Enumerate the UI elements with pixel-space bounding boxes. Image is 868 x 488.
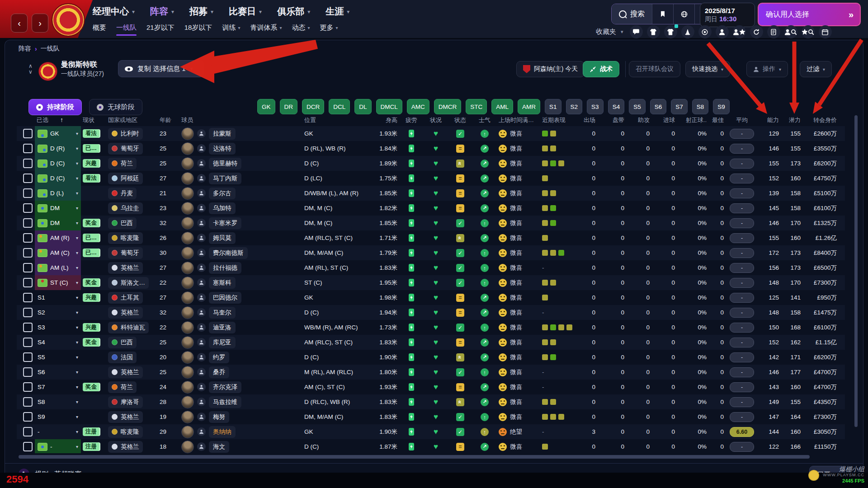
horizontal-scrollbar[interactable] — [19, 455, 810, 459]
position-filter-S2[interactable]: S2 — [566, 99, 583, 114]
selection-dropdown[interactable]: D (R)▾ — [35, 141, 81, 156]
subnav-item-概要[interactable]: 概要 — [93, 23, 106, 36]
cone-icon-button[interactable] — [681, 25, 694, 38]
row-checkbox[interactable] — [23, 233, 33, 243]
column-header-12[interactable]: 上场时间满… — [497, 116, 540, 124]
refresh-icon-button[interactable] — [750, 25, 763, 38]
subnav-item-18岁以下[interactable]: 18岁以下 — [184, 23, 212, 36]
nav-item-生涯[interactable]: 生涯▾ — [326, 5, 349, 18]
player-name[interactable]: 费尔南德斯 — [209, 247, 248, 259]
history-back-button[interactable]: ‹ — [11, 14, 28, 33]
player-name[interactable]: 拉蒙斯 — [209, 128, 236, 140]
row-checkbox[interactable] — [23, 174, 33, 183]
player-name[interactable]: 马奎尔 — [209, 307, 236, 319]
player-name[interactable]: 塞斯科 — [209, 277, 236, 289]
column-header-13[interactable]: 近期表现 — [540, 116, 580, 124]
position-filter-S8[interactable]: S8 — [692, 99, 709, 114]
position-filter-S4[interactable]: S4 — [608, 99, 625, 114]
row-checkbox[interactable] — [23, 293, 33, 302]
nav-item-俱乐部[interactable]: 俱乐部▾ — [277, 5, 310, 18]
row-checkbox[interactable] — [23, 248, 33, 258]
selection-dropdown[interactable]: S1▾ — [35, 290, 81, 305]
column-header-10[interactable]: 状态 — [448, 116, 472, 124]
world-button[interactable] — [673, 4, 694, 24]
column-header-4[interactable]: 年龄 — [158, 116, 179, 124]
selection-dropdown[interactable]: D (C)▾ — [35, 171, 81, 186]
table-row[interactable]: D (L)▾丹麦21多尔古D/WB/M (L), AM (R)1.85米♥=↗微… — [17, 186, 845, 201]
selection-dropdown[interactable]: DM▾ — [35, 201, 81, 216]
position-filter-S1[interactable]: S1 — [545, 99, 561, 114]
position-filter-AMC[interactable]: AMC — [407, 99, 429, 114]
table-row[interactable]: S7▾奖金荷兰24齐尔克泽AM (C), ST (C)1.93米♥=↗微喜-00… — [17, 380, 845, 394]
row-checkbox[interactable] — [23, 323, 33, 332]
column-header-19[interactable]: 最佳 — [708, 116, 726, 124]
ball-icon-button[interactable] — [698, 25, 712, 38]
position-filter-S6[interactable]: S6 — [650, 99, 667, 114]
filter-button[interactable]: 过滤 ▾ — [800, 61, 832, 77]
view-selector-dropdown[interactable]: 复制 选择信息 1 ▾ — [118, 60, 204, 77]
position-filter-DMCL[interactable]: DMCL — [376, 99, 402, 114]
report-icon-button[interactable] — [767, 25, 780, 38]
row-checkbox[interactable] — [23, 129, 33, 138]
player-name[interactable]: 海文 — [209, 441, 229, 453]
table-row[interactable]: DM▾奖金巴西32卡塞米罗DM, M (C)1.85米♥✓↑微喜00000%0-… — [17, 216, 845, 230]
column-header-14[interactable]: 出场 — [580, 116, 597, 124]
row-checkbox[interactable] — [23, 203, 33, 213]
shirt-icon-button[interactable] — [647, 25, 660, 38]
chat-icon-button[interactable] — [630, 25, 643, 38]
player-name[interactable]: 马丁内斯 — [209, 173, 241, 184]
people-icon-button[interactable] — [716, 25, 729, 38]
table-row[interactable]: D (C)▾看法阿根廷27马丁内斯D (LC)1.75米♥=↗微喜00000%0… — [17, 171, 845, 186]
selection-dropdown[interactable]: ST (C)▾ — [35, 275, 81, 290]
column-header-17[interactable]: 进球 — [651, 116, 677, 124]
selection-dropdown[interactable]: S2▾ — [35, 305, 81, 320]
column-header-3[interactable]: 国家或地区 — [106, 116, 158, 124]
column-header-9[interactable]: 状况 — [424, 116, 448, 124]
position-filter-AML[interactable]: AML — [491, 99, 513, 114]
position-filter-GK[interactable]: GK — [257, 99, 275, 114]
selection-dropdown[interactable]: S9▾ — [35, 409, 81, 424]
position-filter-DL[interactable]: DL — [354, 99, 371, 114]
history-forward-button[interactable]: › — [32, 14, 48, 33]
subnav-item-青训体系[interactable]: 青训体系▾ — [250, 23, 282, 36]
calendar-icon-button[interactable] — [819, 25, 832, 38]
column-header-5[interactable]: 球员 — [179, 116, 302, 124]
position-filter-AMR[interactable]: AMR — [518, 99, 540, 114]
column-header-23[interactable]: 转会身价 — [802, 116, 839, 124]
table-row[interactable]: S6▾英格兰25桑乔M (RL), AM (RLC)1.80米♥✓↑微喜-000… — [17, 365, 845, 380]
tab-out-of-possession[interactable]: 无球阶段 — [89, 99, 142, 115]
team-meeting-button[interactable]: 召开球队会议 — [629, 61, 680, 77]
breadcrumb-squad[interactable]: 阵容 — [19, 45, 31, 53]
table-row[interactable]: S4▾奖金巴西25库尼亚AM (RLC), ST (C)1.83米♥=↗微喜00… — [17, 335, 845, 350]
column-header-7[interactable]: 身高 — [374, 116, 399, 124]
subnav-item-更多[interactable]: 更多▾ — [320, 23, 338, 36]
people-star-icon-button[interactable] — [733, 25, 746, 38]
nav-item-招募[interactable]: 招募▾ — [189, 5, 213, 18]
shirt-alt-icon-button[interactable] — [664, 25, 677, 38]
row-checkbox[interactable] — [23, 442, 33, 451]
position-filter-S9[interactable]: S9 — [713, 99, 730, 114]
column-header-20[interactable]: 平均 — [726, 116, 758, 124]
selection-dropdown[interactable]: S4▾ — [35, 335, 81, 350]
selection-dropdown[interactable]: S6▾ — [35, 365, 81, 380]
selection-dropdown[interactable]: AM (C)▾ — [35, 245, 81, 260]
player-name[interactable]: 德里赫特 — [209, 158, 241, 169]
selection-dropdown[interactable]: S7▾ — [35, 380, 81, 394]
table-row[interactable]: S3▾兴趣科特迪瓦22迪亚洛WB/M (R), AM (RC)1.73米♥✓↑微… — [17, 320, 845, 335]
vertical-scrollbar[interactable] — [854, 115, 858, 427]
table-row[interactable]: D (R)▾已…葡萄牙25达洛特D (RL), WB (R)1.84米♥=↗微喜… — [17, 141, 845, 156]
row-checkbox[interactable] — [23, 159, 33, 168]
player-name[interactable]: 乌加特 — [209, 202, 236, 214]
column-header-15[interactable]: 盘带 — [597, 116, 626, 124]
confirm-selection-button[interactable]: 确认用人选择 » — [758, 3, 861, 26]
selection-dropdown[interactable]: S3▾ — [35, 320, 81, 335]
selection-dropdown[interactable]: D (C)▾ — [35, 156, 81, 171]
column-header-6[interactable]: 位置 — [302, 116, 374, 124]
player-name[interactable]: 巴因德尔 — [209, 292, 241, 304]
table-row[interactable]: D (C)▾兴趣荷兰25德里赫特D (C)1.89米♥«↗微喜00000%0-1… — [17, 156, 845, 171]
selection-dropdown[interactable]: GK▾ — [35, 126, 81, 141]
position-filter-S3[interactable]: S3 — [587, 99, 604, 114]
breadcrumb-first-team[interactable]: 一线队 — [41, 45, 60, 53]
player-name[interactable]: 马兹拉维 — [209, 396, 241, 408]
favorites-label[interactable]: 收藏夹 — [596, 28, 616, 36]
